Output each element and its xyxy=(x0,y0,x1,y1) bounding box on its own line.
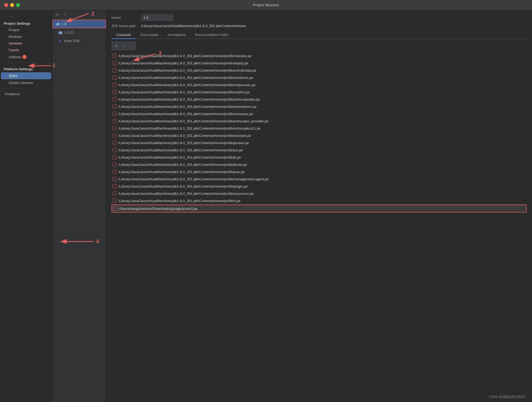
remove-classpath-button[interactable]: − xyxy=(120,43,126,49)
sidebar-item-sdks[interactable]: SDKs xyxy=(1,72,51,79)
folder-icon-2 xyxy=(58,30,63,35)
tab-sourcepath[interactable]: Sourcepath xyxy=(136,31,163,39)
file-path: /Library/Java/JavaVirtualMachines/jdk1.8… xyxy=(118,83,256,87)
file-icon: × xyxy=(113,83,117,87)
svg-rect-1 xyxy=(56,23,57,24)
sdk-item-1.8[interactable]: 1.8 xyxy=(52,20,106,28)
file-path: /Library/Java/JavaVirtualMachines/jdk1.8… xyxy=(118,184,248,188)
file-item[interactable]: ×/Library/Java/JavaVirtualMachines/jdk1.… xyxy=(112,183,527,190)
file-path: /Library/Java/JavaVirtualMachines/jdk1.8… xyxy=(118,112,253,116)
sdk-item-kotlin[interactable]: K Kotlin SDK xyxy=(52,37,106,45)
bottom-bar: CSDN @满船清梦压星河~ xyxy=(489,395,527,399)
file-item[interactable]: ×/Library/Java/JavaVirtualMachines/jdk1.… xyxy=(112,176,527,183)
sidebar-item-project[interactable]: Project xyxy=(1,27,51,33)
sdk-item-1.8-2[interactable]: 1.8 (2) xyxy=(52,28,106,37)
file-item[interactable]: ×/Library/Java/JavaVirtualMachines/jdk1.… xyxy=(112,60,527,67)
file-path: /Library/Java/JavaVirtualMachines/jdk1.8… xyxy=(118,155,241,159)
tab-classpath[interactable]: Classpath xyxy=(112,31,136,39)
file-item[interactable]: ×/Library/Java/JavaVirtualMachines/jdk1.… xyxy=(112,139,527,147)
file-icon: × xyxy=(113,54,117,58)
sidebar: ← → Project Settings Project Modules Lib… xyxy=(0,10,52,402)
close-button[interactable] xyxy=(4,3,8,7)
file-item[interactable]: ×/Library/Java/JavaVirtualMachines/jdk1.… xyxy=(112,147,527,154)
add-classpath-button[interactable]: + xyxy=(113,43,119,49)
classpath-file-list[interactable]: ×/Library/Java/JavaVirtualMachines/jdk1.… xyxy=(112,52,527,398)
file-item[interactable]: ×/Library/Java/JavaVirtualMachines/jdk1.… xyxy=(112,67,527,74)
file-item[interactable]: ×/Library/Java/JavaVirtualMachines/jdk1.… xyxy=(112,132,527,139)
file-item[interactable]: ×/Library/Java/JavaVirtualMachines/jdk1.… xyxy=(112,118,527,125)
file-item[interactable]: ×/Library/Java/JavaVirtualMachines/jdk1.… xyxy=(112,89,527,96)
sidebar-item-modules[interactable]: Modules xyxy=(1,34,51,40)
file-path: /Library/Java/JavaVirtualMachines/jdk1.8… xyxy=(118,163,247,167)
file-icon: × xyxy=(113,104,117,109)
file-path: /Library/Java/JavaVirtualMachines/jdk1.8… xyxy=(118,170,245,174)
file-item[interactable]: ×/Library/Java/JavaVirtualMachines/jdk1.… xyxy=(112,103,527,110)
kotlin-sdk-label: Kotlin SDK xyxy=(64,39,80,43)
jdk-path-label: JDK home path: xyxy=(112,24,138,28)
file-icon: × xyxy=(113,184,117,188)
file-path: /Library/Java/JavaVirtualMachines/jdk1.8… xyxy=(118,177,269,181)
file-icon: × xyxy=(113,119,117,123)
window-controls xyxy=(4,3,20,7)
file-icon: × xyxy=(113,162,117,167)
sidebar-item-global-libraries[interactable]: Global Libraries xyxy=(1,80,51,86)
file-icon: × xyxy=(113,148,117,152)
tab-documentation-paths[interactable]: Documentation Paths xyxy=(191,31,233,39)
sidebar-item-libraries[interactable]: Libraries xyxy=(1,40,51,46)
file-item[interactable]: ×/Library/Java/JavaVirtualMachines/jdk1.… xyxy=(112,74,527,81)
sidebar-item-facets[interactable]: Facets xyxy=(1,47,51,53)
sidebar-divider xyxy=(0,63,52,63)
file-item[interactable]: ×/Library/Java/JavaVirtualMachines/jdk1.… xyxy=(112,161,527,168)
maximize-button[interactable] xyxy=(16,3,20,7)
file-item[interactable]: ×/Library/Java/JavaVirtualMachines/jdk1.… xyxy=(112,81,527,89)
file-item[interactable]: ×/Library/Java/JavaVirtualMachines/jdk1.… xyxy=(112,125,527,132)
jdk-path-row: JDK home path: /Library/Java/JavaVirtual… xyxy=(112,24,527,28)
file-path: /Library/Java/JavaVirtualMachines/jdk1.8… xyxy=(118,68,257,72)
file-item[interactable]: ×/Library/Java/JavaVirtualMachines/jdk1.… xyxy=(112,52,527,60)
sidebar-item-artifacts[interactable]: Artifacts 1 xyxy=(1,54,51,60)
sdk-tabs: Classpath Sourcepath Annotations Documen… xyxy=(112,31,527,39)
file-icon: × xyxy=(113,90,117,94)
svg-rect-3 xyxy=(59,31,60,32)
back-arrow[interactable]: ← xyxy=(3,14,7,18)
kotlin-icon: K xyxy=(58,39,63,43)
file-icon: × xyxy=(113,126,117,130)
file-item[interactable]: ×/Library/Java/JavaVirtualMachines/jdk1.… xyxy=(112,190,527,197)
platform-settings-header: Platform Settings xyxy=(0,65,52,72)
file-icon: × xyxy=(113,112,117,116)
file-icon: × xyxy=(113,68,117,72)
file-icon: × xyxy=(113,61,117,65)
sdk-1.8-2-label: 1.8 (2) xyxy=(64,31,74,34)
add-sdk-button[interactable]: + xyxy=(55,12,60,18)
folder-icon xyxy=(56,22,60,26)
file-path: /Library/Java/JavaVirtualMachines/jdk1.8… xyxy=(118,61,249,65)
project-settings-header: Project Settings xyxy=(0,19,52,27)
sidebar-item-problems[interactable]: Problems xyxy=(1,91,51,97)
file-icon: × xyxy=(113,97,117,101)
file-item[interactable]: ×/Library/Java/JavaVirtualMachines/jdk1.… xyxy=(112,168,527,176)
file-icon: × xyxy=(113,133,117,138)
tab-annotations[interactable]: Annotations xyxy=(163,31,190,39)
minimize-button[interactable] xyxy=(10,3,14,7)
file-item[interactable]: ×/Library/Java/JavaVirtualMachines/jdk1.… xyxy=(112,96,527,103)
sdk-1.8-label: 1.8 xyxy=(62,22,66,26)
file-path: /Library/Java/JavaVirtualMachines/jdk1.8… xyxy=(118,54,251,58)
file-icon: × xyxy=(113,177,117,181)
file-path: /Library/Java/JavaVirtualMachines/jdk1.8… xyxy=(118,134,251,138)
sdk-list-panel: + − 1.8 1.8 (2) K Kotlin SDK xyxy=(52,10,106,402)
nav-arrows: ← → xyxy=(0,13,52,19)
file-item[interactable]: ×/Library/Java/JavaVirtualMachines/jdk1.… xyxy=(112,110,527,118)
forward-arrow[interactable]: → xyxy=(9,14,13,18)
file-path: /Library/Java/JavaVirtualMachines/jdk1.8… xyxy=(118,199,240,203)
file-item[interactable]: ×/Users/wangzhaokun/Downloads/google/jco… xyxy=(112,204,527,213)
file-item[interactable]: ×/Library/Java/JavaVirtualMachines/jdk1.… xyxy=(112,197,527,204)
file-path: /Users/wangzhaokun/Downloads/google/jcon… xyxy=(119,207,197,211)
remove-sdk-button[interactable]: − xyxy=(62,12,67,18)
file-item[interactable]: ×/Library/Java/JavaVirtualMachines/jdk1.… xyxy=(112,154,527,161)
main-layout: ← → Project Settings Project Modules Lib… xyxy=(0,10,532,402)
jdk-path-value: /Library/Java/JavaVirtualMachines/jdk1.8… xyxy=(141,24,527,28)
name-input[interactable] xyxy=(141,14,173,21)
right-panel: Name: JDK home path: /Library/Java/JavaV… xyxy=(106,10,532,402)
artifacts-label: Artifacts xyxy=(9,55,21,59)
file-path: /Library/Java/JavaVirtualMachines/jdk1.8… xyxy=(118,192,254,196)
